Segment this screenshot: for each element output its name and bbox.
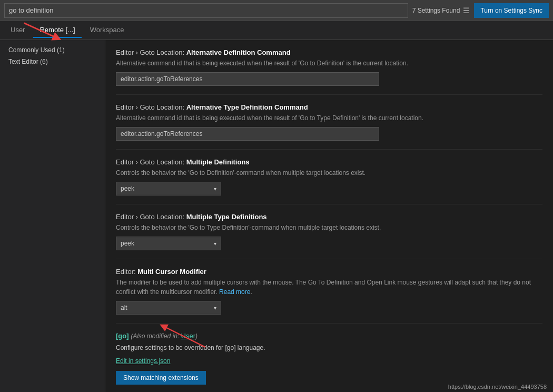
language-tag: [go] bbox=[116, 332, 129, 340]
setting-desc-alt-def: Alternative command id that is being exe… bbox=[116, 58, 542, 68]
dropdown-multi-cursor[interactable]: alt ▾ bbox=[116, 301, 221, 315]
filter-icon[interactable]: ☰ bbox=[463, 6, 470, 15]
main-layout: Commonly Used (1) Text Editor (6) Editor… bbox=[0, 40, 553, 392]
show-matching-extensions-button[interactable]: Show matching extensions bbox=[116, 371, 206, 385]
setting-prefix-4: Editor › Goto Location: bbox=[116, 213, 186, 221]
chevron-down-icon-3: ▾ bbox=[214, 305, 216, 311]
setting-prefix-3: Editor › Goto Location: bbox=[116, 158, 186, 166]
search-input[interactable] bbox=[4, 3, 408, 18]
setting-prefix-5: Editor: bbox=[116, 268, 137, 276]
status-url: https://blog.csdn.net/weixin_44493758 bbox=[448, 384, 547, 390]
chevron-down-icon-1: ▾ bbox=[214, 186, 216, 192]
tabs-row: User Remote [...] Workspace bbox=[0, 21, 553, 40]
setting-title-multiple-defs: Editor › Goto Location: Multiple Definit… bbox=[116, 158, 542, 166]
setting-bold: Alternative Definition Command bbox=[186, 48, 291, 56]
setting-alt-def-cmd: Editor › Goto Location: Alternative Defi… bbox=[116, 40, 542, 95]
setting-multi-cursor: Editor: Multi Cursor Modifier The modifi… bbox=[116, 259, 542, 324]
setting-title-multi-cursor: Editor: Multi Cursor Modifier bbox=[116, 268, 542, 276]
results-count: 7 Settings Found bbox=[412, 7, 460, 14]
setting-desc-multi-cursor: The modifier to be used to add multiple … bbox=[116, 278, 542, 297]
setting-bold-3: Multiple Definitions bbox=[186, 158, 250, 166]
setting-multiple-defs: Editor › Goto Location: Multiple Definit… bbox=[116, 150, 542, 204]
status-bar: https://blog.csdn.net/weixin_44493758 bbox=[442, 381, 553, 392]
chevron-down-icon-2: ▾ bbox=[214, 241, 216, 247]
setting-multiple-type-defs: Editor › Goto Location: Multiple Type De… bbox=[116, 204, 542, 259]
dropdown-value-multi-cursor: alt bbox=[121, 304, 127, 311]
setting-value-alt-def: editor.action.goToReferences bbox=[116, 72, 379, 86]
setting-prefix: Editor › Goto Location: bbox=[116, 48, 186, 56]
language-close-paren: ) bbox=[195, 332, 197, 340]
setting-desc-multiple-defs: Controls the behavior the 'Go to Definit… bbox=[116, 168, 542, 178]
setting-prefix-2: Editor › Goto Location: bbox=[116, 103, 186, 111]
sidebar-item-commonly-used[interactable]: Commonly Used (1) bbox=[0, 44, 105, 56]
setting-value-alt-type-def: editor.action.goToReferences bbox=[116, 127, 379, 141]
search-bar: 7 Settings Found ☰ Turn on Settings Sync bbox=[0, 0, 553, 21]
dropdown-multiple-type-defs[interactable]: peek ▾ bbox=[116, 237, 221, 250]
dropdown-multiple-defs[interactable]: peek ▾ bbox=[116, 182, 221, 195]
sidebar: Commonly Used (1) Text Editor (6) bbox=[0, 40, 105, 392]
language-user-link[interactable]: User bbox=[181, 332, 195, 340]
edit-settings-json-link[interactable]: Edit in settings.json bbox=[116, 357, 170, 365]
setting-title-multiple-type-defs: Editor › Goto Location: Multiple Type De… bbox=[116, 213, 542, 221]
search-results-info: 7 Settings Found ☰ bbox=[412, 6, 470, 15]
setting-desc-multiple-type-defs: Controls the behavior the 'Go to Type De… bbox=[116, 223, 542, 232]
language-header: [go] (Also modified in: User) bbox=[116, 332, 542, 340]
setting-desc-alt-type-def: Alternative command id that is being exe… bbox=[116, 113, 542, 123]
setting-title-alt-def: Editor › Goto Location: Alternative Defi… bbox=[116, 48, 542, 56]
tab-remote[interactable]: Remote [...] bbox=[33, 23, 81, 38]
setting-alt-type-def-cmd: Editor › Goto Location: Alternative Type… bbox=[116, 95, 542, 150]
setting-bold-5: Multi Cursor Modifier bbox=[137, 268, 206, 276]
setting-bold-4: Multiple Type Definitions bbox=[186, 213, 267, 221]
dropdown-value-multiple-defs: peek bbox=[121, 185, 134, 192]
sync-button[interactable]: Turn on Settings Sync bbox=[474, 3, 549, 18]
settings-content: Editor › Goto Location: Alternative Defi… bbox=[105, 40, 553, 392]
dropdown-value-multiple-type-defs: peek bbox=[121, 240, 134, 247]
setting-title-alt-type-def: Editor › Goto Location: Alternative Type… bbox=[116, 103, 542, 111]
setting-bold-2: Alternative Type Definition Command bbox=[186, 103, 308, 111]
tab-user[interactable]: User bbox=[4, 23, 31, 38]
read-more-link[interactable]: Read more bbox=[219, 288, 250, 296]
language-also-text: (Also modified in: bbox=[131, 332, 181, 340]
language-desc: Configure settings to be overridden for … bbox=[116, 343, 542, 352]
sidebar-item-text-editor[interactable]: Text Editor (6) bbox=[0, 56, 105, 67]
tab-workspace[interactable]: Workspace bbox=[84, 23, 131, 38]
